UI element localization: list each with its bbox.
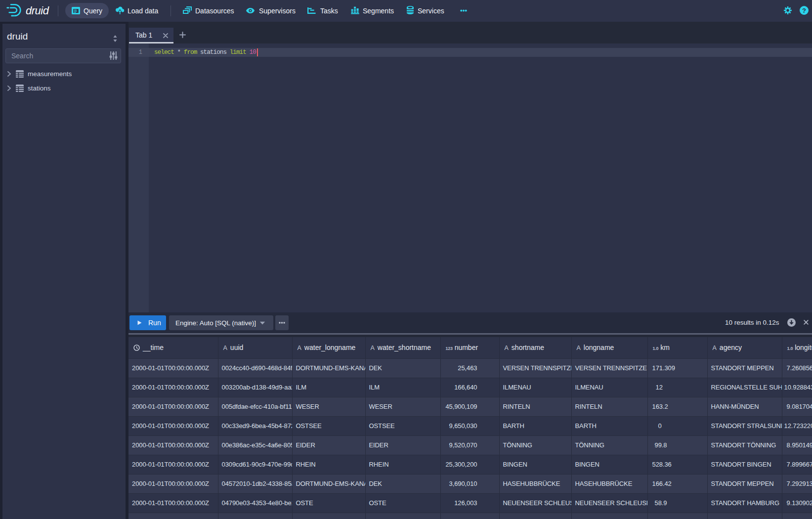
svg-text:?: ? (802, 7, 806, 14)
